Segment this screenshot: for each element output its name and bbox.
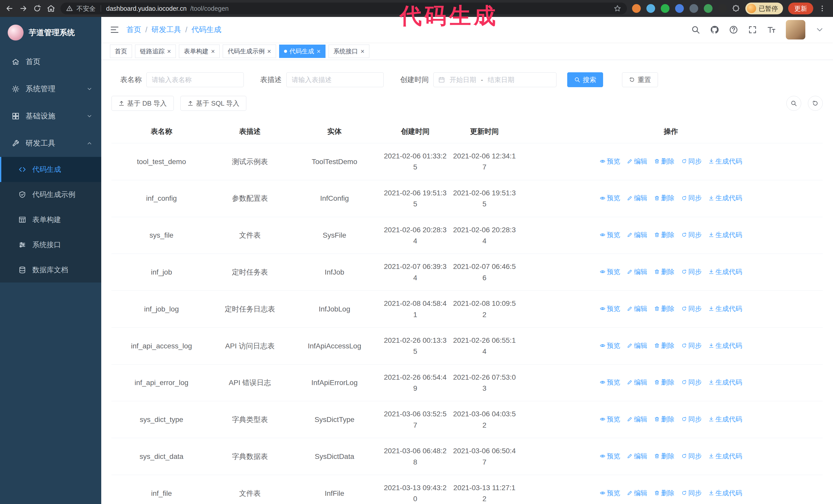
- date-range-picker[interactable]: 开始日期 - 结束日期: [433, 72, 556, 87]
- fullscreen-icon[interactable]: [748, 25, 757, 34]
- help-icon[interactable]: [729, 25, 738, 34]
- home-icon[interactable]: [47, 4, 55, 13]
- delete-link[interactable]: 删除: [654, 193, 674, 203]
- preview-link[interactable]: 预览: [600, 414, 620, 424]
- profile-chip[interactable]: 已暂停: [745, 3, 783, 14]
- delete-link[interactable]: 删除: [654, 156, 674, 166]
- preview-link[interactable]: 预览: [600, 340, 620, 351]
- generate-link[interactable]: 生成代码: [709, 451, 742, 461]
- close-icon[interactable]: ×: [211, 48, 215, 55]
- import-sql-button[interactable]: 基于 SQL 导入: [181, 96, 246, 111]
- header-search-icon[interactable]: [691, 25, 700, 34]
- bookmark-star-icon[interactable]: [614, 5, 621, 12]
- sidebar-item-codegen[interactable]: 代码生成: [0, 157, 101, 182]
- edit-link[interactable]: 编辑: [627, 304, 647, 314]
- address-bar[interactable]: 不安全 dashboard.yudao.iocoder.cn/tool/code…: [61, 3, 627, 14]
- security-warning-icon[interactable]: [66, 5, 73, 12]
- user-avatar[interactable]: [786, 20, 805, 40]
- edit-link[interactable]: 编辑: [627, 156, 647, 166]
- sync-link[interactable]: 同步: [681, 304, 702, 314]
- end-date-placeholder[interactable]: 结束日期: [488, 75, 515, 85]
- delete-link[interactable]: 删除: [654, 414, 674, 424]
- delete-link[interactable]: 删除: [654, 488, 674, 498]
- preview-link[interactable]: 预览: [600, 488, 620, 498]
- sidebar-item-home[interactable]: 首页: [0, 48, 101, 75]
- sidebar-item-codegen-example[interactable]: 代码生成示例: [0, 182, 101, 207]
- tab-0[interactable]: 首页: [110, 45, 132, 58]
- sidebar-item-db-doc[interactable]: 数据库文档: [0, 257, 101, 283]
- delete-link[interactable]: 删除: [654, 340, 674, 351]
- preview-link[interactable]: 预览: [600, 267, 620, 277]
- generate-link[interactable]: 生成代码: [709, 488, 742, 498]
- preview-link[interactable]: 预览: [600, 156, 620, 166]
- browser-update-button[interactable]: 更新: [788, 3, 813, 14]
- sidebar-toggle-icon[interactable]: [110, 25, 119, 34]
- tab-4[interactable]: 代码生成×: [279, 45, 326, 58]
- font-size-icon[interactable]: [767, 25, 776, 34]
- edit-link[interactable]: 编辑: [627, 377, 647, 387]
- tab-1[interactable]: 链路追踪×: [135, 45, 176, 58]
- generate-link[interactable]: 生成代码: [709, 414, 742, 424]
- preview-link[interactable]: 预览: [600, 451, 620, 461]
- back-icon[interactable]: [5, 4, 14, 13]
- close-icon[interactable]: ×: [361, 48, 364, 55]
- preview-link[interactable]: 预览: [600, 230, 620, 240]
- extension-blue-drop-icon[interactable]: [646, 4, 655, 13]
- close-icon[interactable]: ×: [267, 48, 271, 55]
- delete-link[interactable]: 删除: [654, 267, 674, 277]
- tab-5[interactable]: 系统接口×: [329, 45, 369, 58]
- edit-link[interactable]: 编辑: [627, 193, 647, 203]
- extension-blue-users-icon[interactable]: [675, 4, 684, 13]
- refresh-table-button[interactable]: [808, 96, 823, 111]
- browser-menu-icon[interactable]: [818, 5, 826, 12]
- generate-link[interactable]: 生成代码: [709, 230, 742, 240]
- table-name-input[interactable]: [146, 72, 244, 87]
- close-icon[interactable]: ×: [167, 48, 171, 55]
- sync-link[interactable]: 同步: [681, 230, 702, 240]
- forward-icon[interactable]: [19, 4, 28, 13]
- edit-link[interactable]: 编辑: [627, 451, 647, 461]
- generate-link[interactable]: 生成代码: [709, 193, 742, 203]
- sidebar-item-form-builder[interactable]: 表单构建: [0, 207, 101, 232]
- sidebar-item-api[interactable]: 系统接口: [0, 232, 101, 257]
- delete-link[interactable]: 删除: [654, 451, 674, 461]
- table-desc-input[interactable]: [286, 72, 384, 87]
- extension-green-check-icon[interactable]: [661, 4, 669, 13]
- generate-link[interactable]: 生成代码: [709, 340, 742, 351]
- generate-link[interactable]: 生成代码: [709, 267, 742, 277]
- sync-link[interactable]: 同步: [681, 377, 702, 387]
- generate-link[interactable]: 生成代码: [709, 156, 742, 166]
- generate-link[interactable]: 生成代码: [709, 377, 742, 387]
- edit-link[interactable]: 编辑: [627, 340, 647, 351]
- extension-black-icon[interactable]: [718, 4, 727, 13]
- preview-link[interactable]: 预览: [600, 193, 620, 203]
- tab-3[interactable]: 代码生成示例×: [223, 45, 276, 58]
- github-icon[interactable]: [710, 25, 719, 34]
- tab-2[interactable]: 表单构建×: [179, 45, 220, 58]
- sidebar-item-infra[interactable]: 基础设施: [0, 102, 101, 130]
- edit-link[interactable]: 编辑: [627, 267, 647, 277]
- extensions-puzzle-icon[interactable]: [732, 4, 740, 13]
- delete-link[interactable]: 删除: [654, 304, 674, 314]
- delete-link[interactable]: 删除: [654, 230, 674, 240]
- extension-gray-icon[interactable]: [689, 4, 698, 13]
- import-db-button[interactable]: 基于 DB 导入: [112, 96, 174, 111]
- reload-icon[interactable]: [33, 4, 42, 13]
- edit-link[interactable]: 编辑: [627, 488, 647, 498]
- sidebar-item-devtools[interactable]: 研发工具: [0, 130, 101, 157]
- sync-link[interactable]: 同步: [681, 414, 702, 424]
- preview-link[interactable]: 预览: [600, 377, 620, 387]
- edit-link[interactable]: 编辑: [627, 230, 647, 240]
- start-date-placeholder[interactable]: 开始日期: [450, 75, 476, 85]
- sync-link[interactable]: 同步: [681, 193, 702, 203]
- extension-green-leaf-icon[interactable]: [704, 4, 713, 13]
- app-logo[interactable]: 芋道管理系统: [0, 17, 101, 48]
- delete-link[interactable]: 删除: [654, 377, 674, 387]
- breadcrumb-home[interactable]: 首页: [126, 25, 141, 35]
- search-button[interactable]: 搜索: [567, 72, 603, 87]
- edit-link[interactable]: 编辑: [627, 414, 647, 424]
- close-icon[interactable]: ×: [317, 48, 320, 55]
- preview-link[interactable]: 预览: [600, 304, 620, 314]
- chevron-down-icon[interactable]: [815, 25, 824, 34]
- sync-link[interactable]: 同步: [681, 267, 702, 277]
